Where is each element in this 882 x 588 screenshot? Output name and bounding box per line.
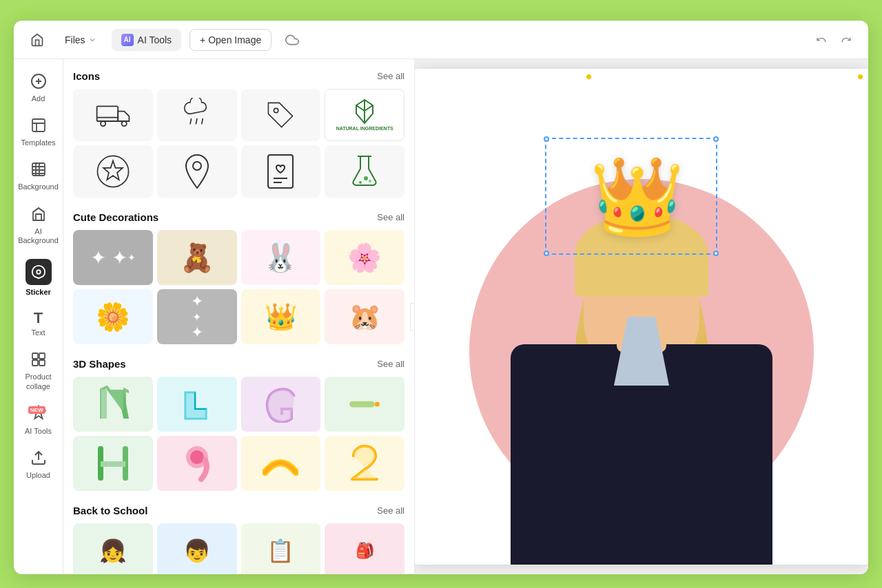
svg-marker-26: [103, 160, 123, 180]
sidebar-item-text[interactable]: T Text: [18, 305, 59, 343]
sticker-cell-sparkle1[interactable]: ✦ ✦✦: [73, 230, 153, 285]
svg-point-37: [375, 402, 380, 407]
canvas-dot-top-left: [586, 74, 591, 79]
background-icon: [30, 161, 47, 180]
sidebar-item-templates-label: Templates: [21, 138, 55, 147]
school-cell-kids1[interactable]: 👧: [73, 523, 153, 574]
shape-cell-pencil[interactable]: [325, 377, 404, 432]
sticker-cell-sparkle2[interactable]: ✦✦✦: [157, 289, 237, 344]
svg-line-22: [196, 118, 197, 124]
sidebar-item-background-label: Background: [18, 182, 59, 191]
sticker-cell-rabbit[interactable]: 🐰: [241, 230, 321, 285]
sticker-cell-bunny-hug[interactable]: 🐹: [325, 289, 404, 344]
shape-cell-l-shape[interactable]: [157, 377, 237, 432]
open-image-button[interactable]: + Open Image: [189, 29, 271, 51]
cute-decorations-section: Cute Decorations See all ✦ ✦✦ 🧸 🐰 🌸 🌼: [73, 211, 404, 344]
icons-section: Icons See all: [73, 70, 404, 198]
sidebar-item-templates[interactable]: Templates: [18, 112, 59, 153]
icons-see-all-button[interactable]: See all: [377, 71, 404, 81]
templates-icon: [30, 117, 47, 136]
canvas-area[interactable]: 👑: [415, 59, 868, 574]
crown-sticker[interactable]: 👑: [590, 158, 684, 234]
shape-cell-n[interactable]: [73, 377, 153, 432]
cute-decorations-title: Cute Decorations: [73, 211, 158, 223]
svg-point-33: [359, 181, 362, 184]
natural-icon: NATURAL INGREDIENTS: [336, 98, 393, 132]
left-nav: Add Templates: [14, 59, 63, 574]
icon-cell-rain-cloud[interactable]: [157, 89, 237, 141]
back-to-school-title: Back to School: [73, 505, 147, 516]
svg-point-24: [274, 108, 278, 112]
back-to-school-section: Back to School See all 👧 👦 📋 🎒: [73, 505, 404, 574]
back-to-school-grid: 👧 👦 📋 🎒: [73, 523, 404, 574]
icons-section-header: Icons See all: [73, 70, 404, 82]
sidebar-item-text-label: Text: [31, 328, 45, 337]
sidebar-item-background[interactable]: Background: [18, 156, 59, 197]
sidebar-item-ai-tools-label: AI Tools: [25, 427, 52, 436]
svg-rect-3: [32, 119, 45, 132]
icon-cell-flask[interactable]: [325, 145, 404, 198]
shape-cell-h[interactable]: [73, 436, 153, 491]
ai-tools-nav-icon-wrap: NEW: [30, 405, 47, 424]
sticker-cell-flower[interactable]: 🌸: [325, 230, 404, 285]
shape-cell-g[interactable]: [241, 377, 321, 432]
svg-point-27: [193, 162, 201, 170]
svg-rect-12: [32, 353, 38, 359]
svg-rect-14: [32, 360, 38, 366]
app-wrapper: Files AI AI Tools + Open Image: [0, 0, 882, 588]
sticker-icon-wrap: [25, 259, 52, 285]
svg-rect-15: [39, 360, 45, 366]
svg-point-18: [101, 121, 105, 126]
undo-button[interactable]: [810, 29, 832, 51]
icon-cell-location[interactable]: [157, 145, 237, 198]
icon-cell-star-circle[interactable]: [73, 145, 153, 198]
home-button[interactable]: [25, 28, 50, 52]
sidebar-item-ai-background[interactable]: AI Background: [18, 200, 59, 251]
ai-tools-header-button[interactable]: AI AI Tools: [112, 29, 182, 51]
3d-shapes-grid: [73, 377, 404, 491]
sidebar-item-add-label: Add: [32, 94, 45, 103]
canvas-card: 👑: [415, 69, 868, 565]
shape-cell-2[interactable]: [325, 436, 404, 491]
icons-section-title: Icons: [73, 70, 100, 82]
3d-shapes-see-all-button[interactable]: See all: [377, 359, 404, 369]
shape-cell-9[interactable]: [157, 436, 237, 491]
sticker-cell-blue-flower[interactable]: 🌼: [73, 289, 153, 344]
sticker-cell-bear[interactable]: 🧸: [157, 230, 237, 285]
svg-line-23: [201, 118, 203, 124]
cute-decorations-grid: ✦ ✦✦ 🧸 🐰 🌸 🌼 ✦✦✦ 👑 🐹: [73, 230, 404, 344]
redo-button[interactable]: [835, 29, 857, 51]
sidebar-item-sticker-label: Sticker: [25, 288, 51, 297]
files-button[interactable]: Files: [58, 30, 103, 50]
icons-grid: NATURAL INGREDIENTS: [73, 89, 404, 198]
cloud-button[interactable]: [280, 28, 305, 52]
shape-cell-curve[interactable]: [241, 436, 321, 491]
sidebar-item-ai-background-label: AI Background: [18, 227, 59, 245]
sidebar-item-upload-label: Upload: [26, 471, 50, 480]
sticker-panel: Icons See all: [63, 59, 415, 574]
icon-cell-truck[interactable]: [73, 89, 153, 141]
sidebar-item-ai-tools[interactable]: NEW AI Tools: [18, 399, 59, 441]
cute-decorations-see-all-button[interactable]: See all: [377, 212, 404, 222]
3d-shapes-title: 3D Shapes: [73, 358, 126, 370]
sticker-cell-crown-small[interactable]: 👑: [241, 289, 321, 344]
sidebar-item-upload[interactable]: Upload: [18, 444, 59, 485]
ai-background-icon: [30, 206, 47, 224]
panel-collapse-button[interactable]: ‹: [410, 303, 415, 330]
open-image-label: + Open Image: [200, 34, 261, 45]
svg-point-34: [369, 180, 371, 182]
icon-cell-heart-doc[interactable]: [241, 145, 321, 198]
icon-cell-tag[interactable]: [241, 89, 321, 141]
sidebar-item-product-collage-label: Product collage: [22, 372, 55, 390]
school-cell-extra[interactable]: 🎒: [325, 523, 404, 574]
icon-cell-natural[interactable]: NATURAL INGREDIENTS: [325, 89, 404, 141]
sidebar-item-add[interactable]: Add: [18, 67, 59, 109]
school-cell-kids2[interactable]: 👦: [157, 523, 237, 574]
svg-rect-17: [96, 106, 118, 121]
text-icon: T: [34, 311, 43, 326]
3d-shapes-header: 3D Shapes See all: [73, 358, 404, 370]
school-cell-blackboard[interactable]: 📋: [241, 523, 321, 574]
sidebar-item-sticker[interactable]: Sticker: [18, 253, 59, 302]
sidebar-item-product-collage[interactable]: Product collage: [18, 346, 59, 396]
back-to-school-see-all-button[interactable]: See all: [377, 505, 404, 516]
